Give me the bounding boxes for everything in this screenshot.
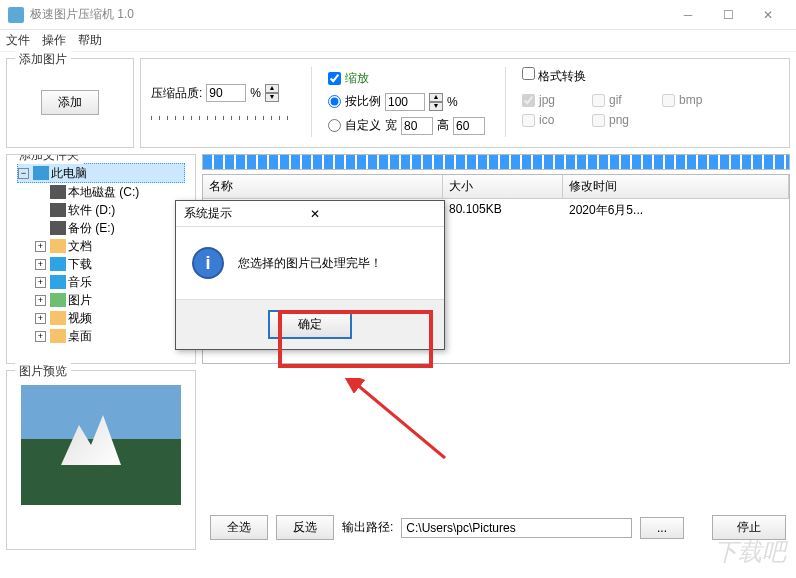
tree-item[interactable]: +音乐 bbox=[17, 273, 185, 291]
scale-custom-radio[interactable]: 自定义 宽 高 bbox=[328, 117, 485, 135]
menu-file[interactable]: 文件 bbox=[6, 32, 30, 49]
maximize-button[interactable]: ☐ bbox=[708, 0, 748, 30]
ok-button[interactable]: 确定 bbox=[268, 310, 352, 339]
format-checkbox[interactable]: 格式转换 bbox=[522, 69, 586, 83]
folder-tree[interactable]: − 此电脑 本地磁盘 (C:)软件 (D:)备份 (E:)+文档+下载+音乐+图… bbox=[17, 163, 185, 345]
preview-group: 图片预览 bbox=[6, 370, 196, 550]
menubar: 文件 操作 帮助 bbox=[0, 30, 796, 52]
tree-item[interactable]: 本地磁盘 (C:) bbox=[17, 183, 185, 201]
ratio-input[interactable] bbox=[385, 93, 425, 111]
app-icon bbox=[8, 7, 24, 23]
scale-checkbox[interactable]: 缩放 bbox=[328, 70, 485, 87]
menu-action[interactable]: 操作 bbox=[42, 32, 66, 49]
col-name-header[interactable]: 名称 bbox=[203, 175, 443, 198]
tree-item[interactable]: +下载 bbox=[17, 255, 185, 273]
tree-item[interactable]: +图片 bbox=[17, 291, 185, 309]
col-size-header[interactable]: 大小 bbox=[443, 175, 563, 198]
select-all-button[interactable]: 全选 bbox=[210, 515, 268, 540]
settings-group: 压缩品质: % ▲▼ 缩放 按比例 ▲▼ % bbox=[140, 58, 790, 148]
tree-item[interactable]: +视频 bbox=[17, 309, 185, 327]
scale-check-input[interactable] bbox=[328, 72, 341, 85]
preview-image bbox=[21, 385, 181, 505]
format-grid: jpg gif bmp ico png bbox=[522, 93, 722, 127]
dialog-close-icon[interactable]: ✕ bbox=[310, 207, 436, 221]
tree-item[interactable]: 软件 (D:) bbox=[17, 201, 185, 219]
info-icon: i bbox=[192, 247, 224, 279]
col-date-header[interactable]: 修改时间 bbox=[563, 175, 789, 198]
quality-spinner[interactable]: ▲▼ bbox=[265, 84, 279, 102]
width-input[interactable] bbox=[401, 117, 433, 135]
tree-root[interactable]: − 此电脑 bbox=[17, 163, 185, 183]
dialog-message: 您选择的图片已处理完毕！ bbox=[238, 255, 382, 272]
minimize-button[interactable]: ─ bbox=[668, 0, 708, 30]
window-title: 极速图片压缩机 1.0 bbox=[30, 6, 668, 23]
titlebar: 极速图片压缩机 1.0 ─ ☐ ✕ bbox=[0, 0, 796, 30]
menu-help[interactable]: 帮助 bbox=[78, 32, 102, 49]
quality-label: 压缩品质: bbox=[151, 85, 202, 102]
quality-pct: % bbox=[250, 86, 261, 100]
quality-input[interactable] bbox=[206, 84, 246, 102]
progress-bar bbox=[202, 154, 790, 170]
folder-group: 添加文件夹 − 此电脑 本地磁盘 (C:)软件 (D:)备份 (E:)+文档+下… bbox=[6, 154, 196, 364]
bottom-bar: 全选 反选 输出路径: ... 停止 bbox=[210, 515, 786, 540]
tree-item[interactable]: +文档 bbox=[17, 237, 185, 255]
height-input[interactable] bbox=[453, 117, 485, 135]
invert-select-button[interactable]: 反选 bbox=[276, 515, 334, 540]
path-label: 输出路径: bbox=[342, 519, 393, 536]
scale-ratio-radio[interactable]: 按比例 ▲▼ % bbox=[328, 93, 485, 111]
dialog-title: 系统提示 bbox=[184, 205, 310, 222]
add-image-group: 添加图片 添加 bbox=[6, 58, 134, 148]
add-button[interactable]: 添加 bbox=[41, 90, 99, 115]
quality-slider[interactable] bbox=[151, 116, 291, 120]
stop-button[interactable]: 停止 bbox=[712, 515, 786, 540]
output-path-input[interactable] bbox=[401, 518, 632, 538]
close-button[interactable]: ✕ bbox=[748, 0, 788, 30]
browse-button[interactable]: ... bbox=[640, 517, 684, 539]
system-dialog: 系统提示 ✕ i 您选择的图片已处理完毕！ 确定 bbox=[175, 200, 445, 350]
tree-item[interactable]: 备份 (E:) bbox=[17, 219, 185, 237]
add-image-legend: 添加图片 bbox=[15, 51, 71, 68]
tree-item[interactable]: +桌面 bbox=[17, 327, 185, 345]
